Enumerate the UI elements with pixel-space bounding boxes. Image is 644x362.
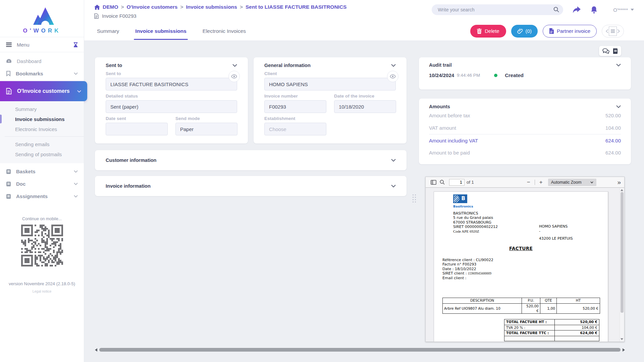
- tab-invoice-submissions[interactable]: Invoice submissions: [127, 21, 194, 41]
- chevron-down-icon[interactable]: [391, 64, 396, 67]
- chevron-right-icon[interactable]: [617, 29, 620, 33]
- client-dash: -: [539, 229, 573, 234]
- notifications-button[interactable]: [590, 6, 598, 14]
- pdf-sidebar-toggle-button[interactable]: [429, 178, 438, 186]
- chevron-down-icon[interactable]: [616, 64, 621, 66]
- detailed-status-input[interactable]: [106, 100, 237, 113]
- establishment-input[interactable]: [264, 123, 326, 135]
- horizontal-scrollbar[interactable]: [95, 348, 625, 352]
- comments-icon[interactable]: [602, 48, 609, 54]
- client-name: HOMO SAPIENS: [539, 224, 573, 229]
- user-menu[interactable]: O'*****: [613, 7, 634, 13]
- legal-notice-link[interactable]: Legal notice: [0, 289, 84, 293]
- sidebar-item-doc[interactable]: Doc: [0, 178, 84, 190]
- panel-title: Audit trail: [429, 62, 452, 68]
- date-sent-input[interactable]: [106, 123, 168, 135]
- send-mode-input[interactable]: [175, 123, 237, 135]
- sidebar-submenu: Summary Invoice submissions Electronic I…: [0, 101, 84, 163]
- sidebar-item-baskets[interactable]: Baskets: [0, 165, 84, 178]
- search-icon[interactable]: [553, 7, 559, 12]
- scroll-up-icon[interactable]: [621, 189, 623, 191]
- breadcrumb-invoice-submissions[interactable]: Invoice submissions: [186, 4, 237, 10]
- notebook-icon[interactable]: [613, 48, 618, 54]
- chevron-down-icon: [74, 170, 78, 173]
- supplier-ape: Code APE 6920Z: [453, 229, 599, 234]
- assignments-icon: [6, 194, 11, 199]
- column-resize-handle[interactable]: [413, 194, 416, 202]
- invoice-information-panel[interactable]: Invoice information: [95, 176, 407, 196]
- breadcrumb: DEMO > O'Invoice customers > Invoice sub…: [94, 4, 346, 10]
- amount-value: 624.00: [605, 138, 621, 143]
- delete-button[interactable]: Delete: [470, 25, 506, 38]
- amount-label: VAT amount: [429, 125, 456, 131]
- chevron-down-icon: [74, 183, 78, 185]
- record-list-icon[interactable]: [609, 26, 617, 36]
- client-input[interactable]: [264, 78, 396, 90]
- tab-summary[interactable]: Summary: [89, 21, 127, 41]
- dashboard-icon: [6, 59, 12, 64]
- zoom-in-button[interactable]: +: [537, 178, 545, 186]
- client-city: 43200 LE PERTUIS: [539, 236, 573, 241]
- chevron-down-icon: [74, 72, 78, 75]
- home-icon[interactable]: [94, 5, 100, 10]
- sidebar-item-assignments[interactable]: Assignments: [0, 190, 84, 202]
- submenu-item-sending-postmails[interactable]: Sending of postmails: [0, 149, 84, 159]
- share-button[interactable]: [573, 6, 581, 13]
- customer-information-panel[interactable]: Customer information: [95, 150, 407, 170]
- pdf-scrollbar[interactable]: [620, 188, 624, 342]
- pdf-document-area[interactable]: B Basitronics BASITRONICS 5 rue du Grand…: [426, 188, 624, 342]
- scrollbar-thumb[interactable]: [621, 192, 624, 313]
- partner-invoice-button[interactable]: Partner invoice: [543, 25, 597, 38]
- search-input[interactable]: [432, 4, 563, 15]
- pdf-page-input[interactable]: [449, 179, 465, 186]
- pdf-more-tools-button[interactable]: »: [617, 179, 621, 185]
- partner-invoice-label: Partner invoice: [557, 28, 590, 34]
- scroll-down-icon[interactable]: [621, 338, 623, 340]
- side-tools: [599, 46, 621, 56]
- field-label: Date sent: [106, 116, 168, 121]
- chevron-down-icon[interactable]: [232, 64, 237, 67]
- breadcrumb-separator: >: [121, 4, 124, 10]
- top-header: DEMO > O'Invoice customers > Invoice sub…: [84, 0, 644, 21]
- record-pager[interactable]: [602, 25, 624, 38]
- invoice-number-input[interactable]: [264, 100, 326, 113]
- search-icon: [440, 180, 445, 185]
- invoice-lines-table: DESCRIPTION P.U. QTE HT Arbre Ref UIO980…: [442, 298, 600, 314]
- audit-time: 9:44:46 PM: [457, 73, 480, 78]
- breadcrumb-demo[interactable]: DEMO: [103, 4, 118, 10]
- submenu-item-invoice-submissions[interactable]: Invoice submissions: [0, 114, 84, 124]
- scroll-right-icon[interactable]: [623, 348, 625, 352]
- breadcrumb-current[interactable]: Sent to LIASSE FACTURE BASITRONICS: [246, 4, 346, 10]
- supplier-city: 67000 STRASBOURG: [453, 220, 599, 225]
- sidebar-item-dashboard[interactable]: Dashboard: [0, 55, 84, 67]
- chevron-down-icon: [631, 9, 634, 11]
- submenu-item-electronic-invoices[interactable]: Electronic Invoices: [0, 124, 84, 134]
- baskets-icon: [6, 169, 11, 174]
- view-client-button[interactable]: [387, 71, 398, 82]
- page-subtitle: Invoice F00293: [94, 13, 137, 19]
- chevron-left-icon[interactable]: [606, 29, 608, 33]
- scroll-left-icon[interactable]: [95, 348, 97, 352]
- chevron-down-icon: [391, 159, 396, 162]
- tab-electronic-invoices[interactable]: Electronic Invoices: [195, 21, 254, 41]
- scrollbar-thumb[interactable]: [99, 348, 621, 352]
- total-ttc-row: TOTAL FACTURE TTC : 624,00 €: [504, 330, 599, 336]
- invoice-date-input[interactable]: [334, 100, 396, 113]
- sidebar-menu-toggle[interactable]: Menu: [0, 37, 84, 52]
- sent-to-input[interactable]: [106, 78, 237, 90]
- pdf-zoom-select[interactable]: Automatic Zoom: [548, 179, 596, 186]
- attachments-button[interactable]: (0): [511, 25, 538, 38]
- hourglass-icon[interactable]: [73, 42, 78, 47]
- zoom-out-button[interactable]: −: [524, 178, 533, 186]
- view-record-button[interactable]: [228, 71, 240, 82]
- sidebar-item-oinvoice-customers[interactable]: O'Invoice customers: [0, 81, 87, 101]
- submenu-item-summary[interactable]: Summary: [0, 104, 84, 114]
- breadcrumb-oinvoice-customers[interactable]: O'Invoice customers: [127, 4, 178, 10]
- pdf-search-button[interactable]: [438, 178, 446, 186]
- app-logo: O'WORK: [0, 0, 84, 37]
- status-dot-icon: [494, 74, 497, 77]
- paperclip-icon: [517, 28, 523, 34]
- chevron-down-icon[interactable]: [616, 105, 621, 108]
- sidebar-item-bookmarks[interactable]: Bookmarks: [0, 67, 84, 80]
- submenu-item-sending-emails[interactable]: Sending emails: [0, 139, 84, 149]
